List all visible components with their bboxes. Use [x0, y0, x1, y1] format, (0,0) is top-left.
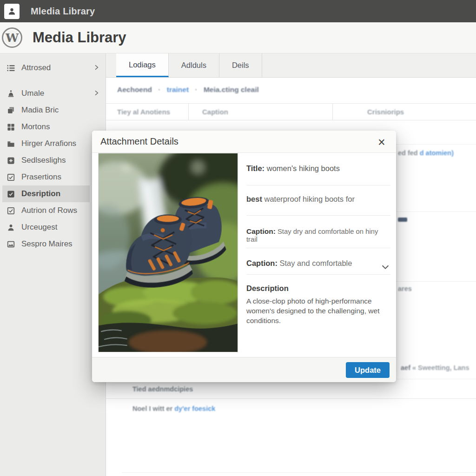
- divider: [106, 398, 476, 399]
- admin-bar-title: Mledia Library: [31, 6, 95, 17]
- chevron-right-icon: [93, 64, 100, 73]
- sidebar-item-label: Attrosed: [21, 63, 51, 73]
- sidebar-item-urceugest[interactable]: Urceugest: [0, 219, 90, 236]
- sidebar-item-autrion-of-rows[interactable]: Autrion of Rows: [0, 202, 90, 219]
- panel-divider: [238, 153, 238, 352]
- column-header-caption: Caption: [202, 108, 228, 116]
- sidebar-item-attrosed[interactable]: Attrosed: [0, 60, 90, 76]
- tab-lodiags[interactable]: Lodiags: [116, 53, 169, 77]
- modal-footer: Update: [92, 357, 396, 382]
- user-icon[interactable]: [4, 4, 20, 19]
- sidebar-item-label: Desription: [21, 189, 60, 198]
- checkbox-checked-icon: [7, 190, 15, 198]
- sidebar-item-desription[interactable]: Desription: [2, 185, 90, 202]
- background-row-snippet: [398, 218, 407, 222]
- wordpress-logo[interactable]: W: [2, 27, 22, 48]
- background-footer-link[interactable]: dy'er foesick: [174, 405, 215, 412]
- attachment-details-modal: Attachment Details ×: [92, 131, 396, 382]
- field-divider: [246, 215, 390, 216]
- column-divider: [332, 104, 333, 120]
- folder-icon: [7, 139, 15, 148]
- breadcrumb-item[interactable]: Aechoend: [117, 86, 152, 93]
- list-icon: [7, 64, 15, 73]
- checkbox-icon: [7, 206, 15, 215]
- divider: [106, 120, 476, 120]
- tab-deils[interactable]: Deils: [219, 53, 262, 77]
- attachment-image[interactable]: [98, 153, 238, 352]
- caption-field[interactable]: Caption: Stay dry and comfortable on hin…: [246, 227, 389, 243]
- sidebar-item-label: Sespro Maires: [21, 239, 73, 249]
- background-footer-text: Noel I witt er dy'er foesick: [132, 405, 215, 412]
- user-icon: [7, 223, 15, 232]
- media-tab-bar: Lodiags Adlduls Deils: [106, 53, 476, 78]
- breadcrumb: Aechoend · trainet · Meia.cting cleail: [117, 86, 259, 94]
- background-link[interactable]: d atomien): [420, 149, 454, 157]
- sidebar-item-label: Hirger Arrafions: [21, 139, 76, 148]
- description-text[interactable]: A close-clop photo of high-performance w…: [246, 296, 391, 325]
- alt-text-field[interactable]: best waterproof hiking boots for: [246, 195, 389, 204]
- column-header-title: Tiey al Anotiens: [117, 108, 170, 116]
- sidebar-item-label: Madia Bric: [21, 106, 59, 115]
- page-header: W Media Library: [0, 22, 476, 53]
- admin-top-bar: Mledia Library: [0, 0, 476, 22]
- background-band-text: Tied aednmdcipies: [132, 385, 193, 393]
- field-divider: [246, 274, 390, 275]
- page-title: Media Library: [33, 29, 126, 46]
- field-divider: [246, 248, 390, 248]
- background-row-text: ed fed d atomien): [398, 149, 454, 157]
- breadcrumb-link[interactable]: trainet: [167, 86, 189, 93]
- description-label: Description: [246, 284, 289, 293]
- sidebar-item-madia-bric[interactable]: Madia Bric: [0, 102, 90, 119]
- sidebar-item-label: Autrion of Rows: [21, 206, 77, 215]
- bell-icon: [7, 89, 15, 98]
- image-icon: [7, 240, 15, 249]
- breadcrumb-item: Meia.cting cleail: [204, 86, 259, 93]
- sidebar-item-label: Sedlseslighs: [21, 156, 66, 165]
- update-button[interactable]: Update: [346, 362, 390, 378]
- breadcrumb-separator: ·: [158, 86, 160, 93]
- divider: [122, 472, 476, 473]
- sidebar-item-sedlseslighs[interactable]: Sedlseslighs: [0, 152, 90, 169]
- column-header-crisniorips: Crisniorips: [367, 108, 404, 116]
- field-divider: [246, 185, 390, 185]
- checkbox-icon: [7, 173, 15, 182]
- hiking-boots-photo: [99, 153, 238, 352]
- modal-title: Attachment Details: [100, 136, 178, 147]
- divider: [106, 103, 476, 104]
- caption-dropdown-field[interactable]: Caption: Stay and comfortable: [246, 259, 389, 268]
- background-row-text: aef « Sweetting, Lans: [401, 364, 469, 371]
- sidebar-item-mortons[interactable]: Mortons: [0, 119, 90, 135]
- sidebar-item-sespro-maires[interactable]: Sespro Maires: [0, 236, 90, 252]
- column-divider: [188, 104, 189, 120]
- copy-icon: [7, 106, 15, 115]
- title-field[interactable]: Title: women's hiking boots: [246, 164, 389, 173]
- modal-header: Attachment Details ×: [92, 131, 396, 153]
- sidebar-item-label: Mortons: [21, 122, 50, 132]
- background-row-text: ares: [398, 285, 412, 292]
- media-library-screen: Mledia Library W Media Library Attrosed …: [0, 0, 476, 476]
- chevron-down-icon[interactable]: [380, 262, 390, 274]
- add-square-icon: [7, 156, 15, 165]
- sidebar-item-label: Prasertions: [21, 172, 61, 182]
- chevron-right-icon: [93, 89, 100, 99]
- close-icon[interactable]: ×: [374, 134, 390, 150]
- tab-adlduls[interactable]: Adlduls: [169, 53, 219, 77]
- sidebar-item-hirger-arrafions[interactable]: Hirger Arrafions: [0, 135, 90, 152]
- sidebar-item-prasertions[interactable]: Prasertions: [0, 169, 90, 185]
- breadcrumb-separator: ·: [195, 86, 197, 93]
- sidebar-item-umale[interactable]: Umale: [0, 85, 90, 102]
- sidebar-item-label: Umale: [21, 89, 44, 98]
- sidebar-item-label: Urceugest: [21, 223, 57, 232]
- sidebar: Attrosed Umale Madia Bric Mortons: [0, 53, 106, 476]
- grid-icon: [7, 123, 15, 132]
